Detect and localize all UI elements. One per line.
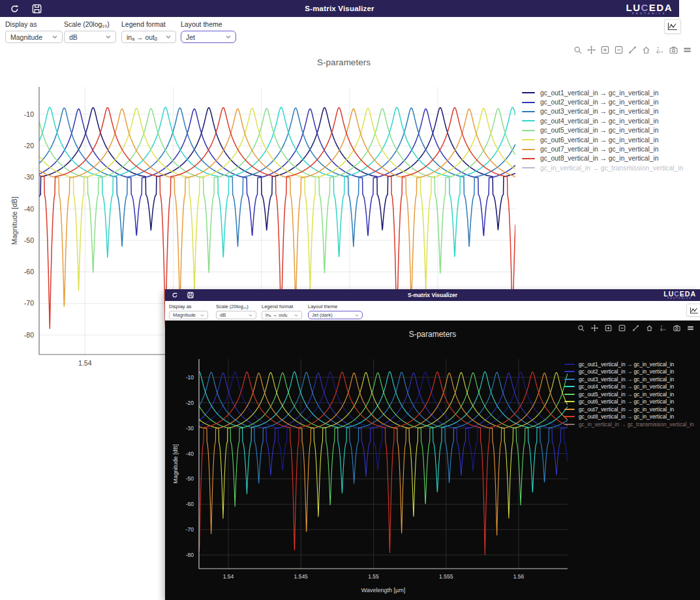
legend-entry-label: gc_out6_vertical_in → gc_in_vertical_in	[540, 136, 658, 144]
layout-theme-select[interactable]: Jet	[181, 31, 236, 43]
legend-entry[interactable]: gc_in_vertical_in → gc_transmission_vert…	[522, 163, 700, 172]
y-tick-label: -60	[24, 268, 34, 276]
legend-entry[interactable]: gc_out2_vertical_in → gc_in_vertical_in	[522, 97, 700, 106]
legend-entry-label: gc_in_vertical_in → gc_transmission_vert…	[540, 165, 683, 172]
legend-swatch	[522, 120, 535, 121]
legend-swatch	[564, 371, 575, 372]
legend-swatch	[564, 409, 575, 410]
x-tick-label: 1.545	[294, 573, 309, 580]
chart-icon[interactable]	[686, 304, 700, 317]
legend-entry[interactable]: gc_out5_vertical_in → gc_in_vertical_in	[564, 390, 699, 398]
layout-theme-select[interactable]: Jet (dark)	[308, 311, 363, 319]
x-tick-label: 1.56	[513, 573, 525, 580]
x-tick-label: 1.555	[439, 573, 453, 580]
scale-select[interactable]: dB	[64, 31, 116, 43]
chevron-down-icon	[52, 35, 57, 39]
page: S-matrix Visualizer LUCEDA PHOTONICS Dis…	[0, 0, 700, 600]
y-tick-label: -70	[186, 526, 194, 533]
legend-entry[interactable]: gc_out6_vertical_in → gc_in_vertical_in	[564, 398, 699, 406]
legend-entry-label: gc_out1_vertical_in → gc_in_vertical_in	[540, 89, 658, 97]
legend-swatch	[522, 130, 535, 131]
logo-icon[interactable]	[682, 45, 692, 54]
x-tick-label: 1.54	[78, 359, 92, 367]
legend-swatch	[522, 149, 535, 150]
y-tick-label: -70	[24, 299, 34, 307]
chevron-down-icon	[226, 35, 231, 39]
legend-swatch	[564, 416, 575, 417]
x-tick-label: 1.55	[368, 573, 379, 580]
legend-swatch	[564, 394, 575, 395]
chart-title: S-parameters	[317, 57, 371, 67]
back-app-bar: S-matrix Visualizer LUCEDA PHOTONICS	[0, 0, 679, 17]
legend: gc_out1_vertical_in → gc_in_vertical_ing…	[522, 88, 700, 173]
legend-swatch	[522, 111, 535, 112]
legend-entry[interactable]: gc_out6_vertical_in → gc_in_vertical_in	[522, 135, 700, 144]
legend-entry-label: gc_out1_vertical_in → gc_in_vertical_in	[579, 361, 674, 368]
legend-swatch	[522, 102, 535, 103]
y-tick-label: -20	[186, 400, 194, 406]
legend-entry[interactable]: gc_out3_vertical_in → gc_in_vertical_in	[522, 107, 700, 116]
y-tick-label: -30	[186, 425, 194, 432]
legend: gc_out1_vertical_in → gc_in_vertical_ing…	[564, 360, 699, 428]
legend-entry-label: gc_out8_vertical_in → gc_in_vertical_in	[579, 413, 674, 420]
y-tick-label: -50	[186, 475, 194, 482]
legend-format-label: Legend format	[121, 20, 176, 28]
legend-entry[interactable]: gc_out8_vertical_in → gc_in_vertical_in	[522, 154, 700, 163]
dark-chart-area: -10-20-30-40-50-60-70-801.541.5451.551.5…	[165, 321, 700, 600]
legend-entry[interactable]: gc_out1_vertical_in → gc_in_vertical_in	[564, 360, 699, 368]
y-axis-label: Magnitude [dB]	[172, 444, 179, 484]
luceda-logo: LUCEDA PHOTONICS	[663, 291, 696, 300]
chart-icon[interactable]	[664, 19, 681, 34]
legend-entry-label: gc_out6_vertical_in → gc_in_vertical_in	[579, 398, 674, 405]
display-as-select[interactable]: Magnitude	[169, 311, 208, 319]
legend-swatch	[522, 92, 535, 93]
legend-entry[interactable]: gc_out3_vertical_in → gc_in_vertical_in	[564, 375, 699, 383]
legend-entry[interactable]: gc_in_vertical_in → gc_transmission_vert…	[564, 420, 699, 428]
luceda-logo: LUCEDA PHOTONICS	[626, 3, 673, 15]
y-tick-label: -10	[24, 110, 34, 118]
back-toolbar: Display as Magnitude Scale (20log₁₀) dB …	[0, 17, 700, 44]
y-axis-label: Magnitude [dB]	[10, 197, 18, 245]
legend-swatch	[564, 386, 575, 387]
x-axis-label: Wavelength [µm]	[361, 587, 405, 593]
legend-swatch	[564, 379, 575, 380]
chevron-down-icon	[249, 314, 252, 317]
legend-entry[interactable]: gc_out4_vertical_in → gc_in_vertical_in	[564, 383, 699, 391]
scale-select[interactable]: dB	[216, 311, 256, 319]
y-tick-label: -50	[24, 236, 34, 244]
legend-format-select[interactable]: inₐ → outᵦ	[121, 31, 176, 43]
legend-entry-label: gc_out2_vertical_in → gc_in_vertical_in	[579, 368, 674, 375]
y-tick-label: -80	[186, 552, 194, 558]
front-window: S-matrix Visualizer LUCEDA PHOTONICS Dis…	[165, 289, 700, 600]
legend-entry[interactable]: gc_out7_vertical_in → gc_in_vertical_in	[564, 405, 699, 413]
legend-entry[interactable]: gc_out7_vertical_in → gc_in_vertical_in	[522, 144, 700, 153]
legend-entry[interactable]: gc_out5_vertical_in → gc_in_vertical_in	[522, 126, 700, 135]
legend-entry-label: gc_out5_vertical_in → gc_in_vertical_in	[579, 391, 674, 398]
legend-swatch	[522, 158, 535, 159]
app-title: S-matrix Visualizer	[165, 292, 700, 298]
legend-entry[interactable]: gc_out1_vertical_in → gc_in_vertical_in	[522, 88, 700, 97]
chevron-down-icon	[200, 314, 204, 317]
chevron-down-icon	[294, 314, 298, 317]
legend-swatch	[522, 139, 535, 140]
display-as-select[interactable]: Magnitude	[5, 31, 63, 43]
legend-entry-label: gc_in_vertical_in → gc_transmission_vert…	[579, 421, 694, 428]
display-as-label: Display as	[169, 304, 208, 309]
y-tick-label: -10	[186, 374, 194, 381]
y-tick-label: -60	[186, 501, 194, 507]
legend-entry[interactable]: gc_out8_vertical_in → gc_in_vertical_in	[564, 413, 699, 421]
legend-entry[interactable]: gc_out2_vertical_in → gc_in_vertical_in	[564, 368, 699, 376]
legend-entry-label: gc_out8_vertical_in → gc_in_vertical_in	[540, 155, 658, 162]
display-as-label: Display as	[5, 20, 63, 28]
app-title: S-matrix Visualizer	[0, 5, 679, 12]
legend-format-select[interactable]: inₐ → outᵦ	[262, 311, 302, 319]
legend-format-label: Legend format	[262, 304, 302, 309]
x-tick-label: 1.54	[223, 573, 234, 580]
legend-entry[interactable]: gc_out4_vertical_in → gc_in_vertical_in	[522, 116, 700, 125]
legend-entry-label: gc_out3_vertical_in → gc_in_vertical_in	[579, 376, 674, 383]
legend-entry-label: gc_out7_vertical_in → gc_in_vertical_in	[540, 146, 658, 153]
layout-theme-label: Layout theme	[181, 20, 236, 28]
y-tick-label: -30	[24, 173, 34, 181]
y-tick-label: -80	[24, 331, 34, 339]
legend-entry-label: gc_out4_vertical_in → gc_in_vertical_in	[540, 118, 658, 125]
